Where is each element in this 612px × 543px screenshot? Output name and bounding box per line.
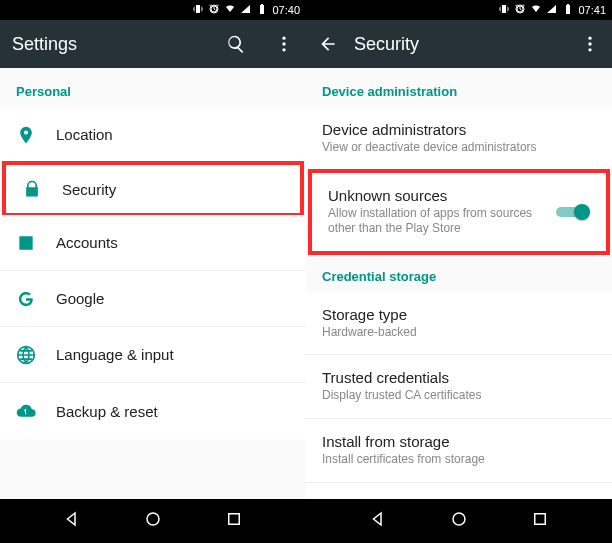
nav-recents-button[interactable]: [225, 510, 243, 532]
svg-point-0: [282, 37, 285, 40]
status-bar: 07:41: [306, 0, 612, 20]
battery-icon: [562, 3, 574, 17]
svg-point-2: [282, 48, 285, 51]
account-icon: [16, 233, 56, 253]
status-bar: 07:40: [0, 0, 306, 20]
item-sub: Hardware-backed: [322, 325, 596, 341]
item-label: Google: [56, 290, 290, 307]
vibrate-icon: [498, 3, 510, 17]
svg-point-5: [588, 37, 591, 40]
app-bar: Settings: [0, 20, 306, 68]
page-title: Settings: [12, 34, 198, 55]
page-title: Security: [354, 34, 552, 55]
wifi-icon: [530, 3, 542, 17]
status-time: 07:40: [272, 4, 300, 16]
unknown-sources-toggle[interactable]: [556, 204, 590, 220]
battery-icon: [256, 3, 268, 17]
item-title: Trusted credentials: [322, 369, 596, 386]
nav-back-button[interactable]: [369, 510, 387, 532]
item-label: Security: [62, 181, 284, 198]
security-screen: 07:41 Security Device administration Dev…: [306, 0, 612, 543]
settings-item-language[interactable]: Language & input: [0, 327, 306, 383]
nav-home-button[interactable]: [450, 510, 468, 532]
app-bar: Security: [306, 20, 612, 68]
vibrate-icon: [192, 3, 204, 17]
item-label: Language & input: [56, 346, 290, 363]
section-header-device-admin: Device administration: [306, 68, 612, 107]
item-title: Install from storage: [322, 433, 596, 450]
item-label: Accounts: [56, 234, 290, 251]
item-sub: View or deactivate device administrators: [322, 140, 596, 156]
item-sub: Install certificates from storage: [322, 452, 596, 468]
alarm-icon: [208, 3, 220, 17]
signal-icon: [546, 3, 558, 17]
svg-point-3: [147, 513, 159, 525]
settings-item-security[interactable]: Security: [2, 161, 304, 217]
nav-back-button[interactable]: [63, 510, 81, 532]
settings-item-accounts[interactable]: Accounts: [0, 215, 306, 271]
globe-icon: [16, 345, 56, 365]
svg-point-8: [453, 513, 465, 525]
item-title: Storage type: [322, 306, 596, 323]
overflow-menu-button[interactable]: [274, 34, 294, 54]
lock-icon: [22, 179, 62, 199]
item-sub: Display trusted CA certificates: [322, 388, 596, 404]
settings-item-backup[interactable]: Backup & reset: [0, 383, 306, 439]
nav-recents-button[interactable]: [531, 510, 549, 532]
wifi-icon: [224, 3, 236, 17]
section-header-personal: Personal: [0, 68, 306, 107]
search-button[interactable]: [226, 34, 246, 54]
settings-screen: 07:40 Settings Personal Location Securit…: [0, 0, 306, 543]
item-trusted-credentials[interactable]: Trusted credentials Display trusted CA c…: [306, 355, 612, 419]
signal-icon: [240, 3, 252, 17]
item-sub: Allow installation of apps from sources …: [328, 206, 556, 237]
back-button[interactable]: [318, 34, 338, 54]
nav-home-button[interactable]: [144, 510, 162, 532]
item-clear-credentials[interactable]: Clear credentials: [306, 483, 612, 499]
backup-icon: [16, 401, 56, 421]
svg-point-6: [588, 42, 591, 45]
settings-item-location[interactable]: Location: [0, 107, 306, 163]
status-time: 07:41: [578, 4, 606, 16]
settings-list: Personal Location Security Accounts Goog…: [0, 68, 306, 499]
item-title: Unknown sources: [328, 187, 556, 204]
navigation-bar: [306, 499, 612, 543]
item-install-from-storage[interactable]: Install from storage Install certificate…: [306, 419, 612, 483]
svg-point-1: [282, 42, 285, 45]
overflow-menu-button[interactable]: [580, 34, 600, 54]
location-icon: [16, 125, 56, 145]
alarm-icon: [514, 3, 526, 17]
svg-point-7: [588, 48, 591, 51]
item-label: Backup & reset: [56, 403, 290, 420]
item-storage-type[interactable]: Storage type Hardware-backed: [306, 292, 612, 356]
svg-rect-9: [535, 514, 546, 525]
item-title: Device administrators: [322, 121, 596, 138]
item-device-administrators[interactable]: Device administrators View or deactivate…: [306, 107, 612, 171]
section-header-credential-storage: Credential storage: [306, 253, 612, 292]
google-icon: [16, 289, 56, 309]
svg-rect-4: [229, 514, 240, 525]
item-label: Location: [56, 126, 290, 143]
security-list: Device administration Device administrat…: [306, 68, 612, 499]
navigation-bar: [0, 499, 306, 543]
settings-item-google[interactable]: Google: [0, 271, 306, 327]
item-unknown-sources[interactable]: Unknown sources Allow installation of ap…: [308, 169, 610, 255]
